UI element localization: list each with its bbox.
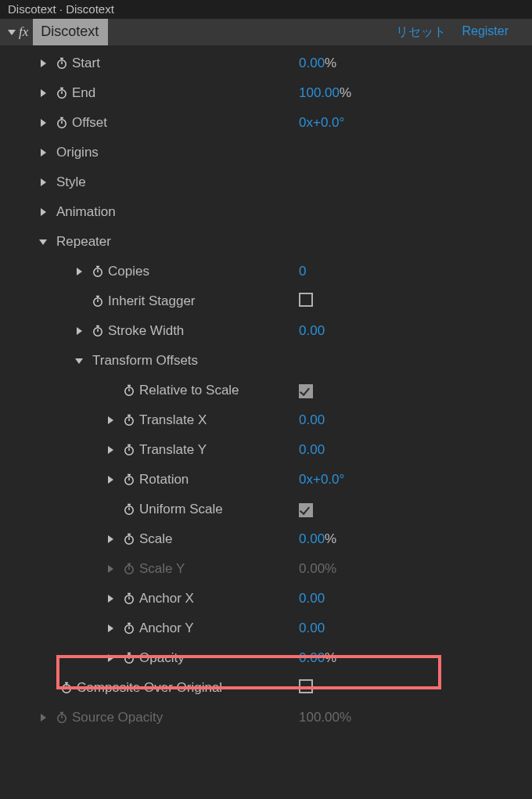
row-anchor-x: Anchor X 0.00 (0, 584, 532, 614)
row-animation: Animation (0, 197, 532, 227)
stopwatch-icon[interactable] (119, 652, 139, 664)
property-list: Start 0.00% End 100.00% Offset 0x+0.0° O… (0, 45, 532, 732)
row-rotation: Rotation 0x+0.0° (0, 465, 532, 495)
value-scale-y: 0.00% (299, 561, 336, 577)
value-end[interactable]: 100.00% (299, 85, 351, 101)
value-rotation[interactable]: 0x+0.0° (299, 472, 344, 488)
stopwatch-icon[interactable] (88, 265, 108, 278)
label-anchor-x: Anchor X (139, 591, 194, 606)
effect-name-tab[interactable]: Discotext (33, 19, 108, 45)
label-composite-over-original: Composite Over Original (77, 680, 222, 696)
label-inherit-stagger: Inherit Stagger (108, 293, 196, 309)
twirl-style[interactable] (34, 178, 52, 186)
twirl-offset[interactable] (34, 119, 52, 127)
value-offset[interactable]: 0x+0.0° (299, 115, 344, 131)
label-stroke-width: Stroke Width (108, 323, 184, 339)
value-source-opacity: 100.00% (299, 710, 351, 725)
stopwatch-icon[interactable] (52, 117, 72, 129)
checkbox-inherit-stagger[interactable] (299, 293, 313, 307)
row-transform-offsets: Transform Offsets (0, 346, 532, 376)
row-offset: Offset 0x+0.0° (0, 108, 532, 138)
value-anchor-x[interactable]: 0.00 (299, 591, 325, 606)
twirl-opacity[interactable] (102, 654, 119, 662)
stopwatch-icon[interactable] (119, 444, 139, 456)
stopwatch-icon[interactable] (119, 414, 139, 426)
value-stroke-width[interactable]: 0.00 (299, 323, 325, 339)
row-stroke-width: Stroke Width 0.00 (0, 316, 532, 346)
fx-icon: fx (19, 24, 28, 40)
row-anchor-y: Anchor Y 0.00 (0, 614, 532, 643)
twirl-rotation[interactable] (102, 476, 119, 484)
label-animation: Animation (56, 204, 116, 220)
label-opacity: Opacity (139, 650, 185, 666)
twirl-translate-y[interactable] (102, 446, 119, 454)
stopwatch-icon[interactable] (88, 295, 108, 308)
row-copies: Copies 0 (0, 257, 532, 286)
label-scale: Scale (139, 531, 173, 547)
row-opacity: Opacity 0.00% (0, 643, 532, 673)
row-composite-over-original: Composite Over Original (0, 673, 532, 703)
checkbox-composite-over-original[interactable] (299, 679, 313, 693)
twirl-source-opacity (34, 714, 52, 722)
row-end: End 100.00% (0, 78, 532, 108)
label-uniform-scale: Uniform Scale (139, 502, 223, 517)
twirl-copies[interactable] (70, 268, 88, 275)
row-uniform-scale: Uniform Scale (0, 495, 532, 524)
stopwatch-icon[interactable] (119, 592, 139, 605)
twirl-scale[interactable] (102, 535, 119, 543)
register-link[interactable]: Register (462, 24, 509, 41)
value-translate-x[interactable]: 0.00 (299, 412, 325, 428)
stopwatch-icon[interactable] (52, 57, 72, 70)
value-opacity[interactable]: 0.00% (299, 650, 336, 666)
twirl-anchor-x[interactable] (102, 595, 119, 603)
value-translate-y[interactable]: 0.00 (299, 442, 325, 458)
label-repeater: Repeater (56, 234, 111, 250)
label-relative-to-scale: Relative to Scale (139, 383, 239, 398)
row-translate-x: Translate X 0.00 (0, 405, 532, 435)
stopwatch-icon[interactable] (119, 503, 139, 516)
collapse-effect-toggle[interactable] (6, 30, 17, 35)
twirl-stroke-width[interactable] (70, 327, 88, 335)
row-inherit-stagger: Inherit Stagger (0, 286, 532, 316)
stopwatch-icon[interactable] (119, 622, 139, 635)
checkbox-relative-to-scale[interactable] (299, 384, 313, 398)
row-repeater: Repeater (0, 227, 532, 257)
twirl-start[interactable] (34, 59, 52, 67)
label-copies: Copies (108, 264, 149, 279)
twirl-end[interactable] (34, 89, 52, 97)
effect-header: fx Discotext リセット Register (0, 19, 532, 45)
label-end: End (72, 85, 95, 101)
label-translate-y: Translate Y (139, 442, 207, 458)
label-translate-x: Translate X (139, 412, 207, 428)
stopwatch-icon[interactable] (88, 325, 108, 337)
stopwatch-icon[interactable] (119, 384, 139, 397)
stopwatch-icon[interactable] (56, 682, 77, 694)
twirl-animation[interactable] (34, 208, 52, 216)
row-scale: Scale 0.00% (0, 524, 532, 554)
twirl-repeater[interactable] (34, 239, 52, 245)
twirl-transform-offsets[interactable] (70, 358, 88, 364)
label-offset: Offset (72, 115, 107, 131)
row-style: Style (0, 167, 532, 197)
row-source-opacity: Source Opacity 100.00% (0, 703, 532, 732)
label-start: Start (72, 56, 100, 71)
label-style: Style (56, 175, 86, 190)
value-copies[interactable]: 0 (299, 264, 306, 279)
stopwatch-icon[interactable] (119, 533, 139, 545)
label-anchor-y: Anchor Y (139, 621, 194, 636)
row-relative-to-scale: Relative to Scale (0, 376, 532, 405)
row-origins: Origins (0, 138, 532, 167)
value-start[interactable]: 0.00% (299, 56, 336, 71)
value-scale[interactable]: 0.00% (299, 531, 336, 547)
twirl-origins[interactable] (34, 149, 52, 157)
stopwatch-icon[interactable] (52, 87, 72, 99)
label-source-opacity: Source Opacity (72, 710, 163, 725)
value-anchor-y[interactable]: 0.00 (299, 621, 325, 636)
twirl-translate-x[interactable] (102, 416, 119, 424)
twirl-anchor-y[interactable] (102, 624, 119, 632)
stopwatch-icon[interactable] (119, 473, 139, 486)
reset-link[interactable]: リセット (396, 24, 446, 41)
stopwatch-icon (52, 711, 72, 724)
checkbox-uniform-scale[interactable] (299, 503, 313, 517)
label-origins: Origins (56, 145, 99, 160)
